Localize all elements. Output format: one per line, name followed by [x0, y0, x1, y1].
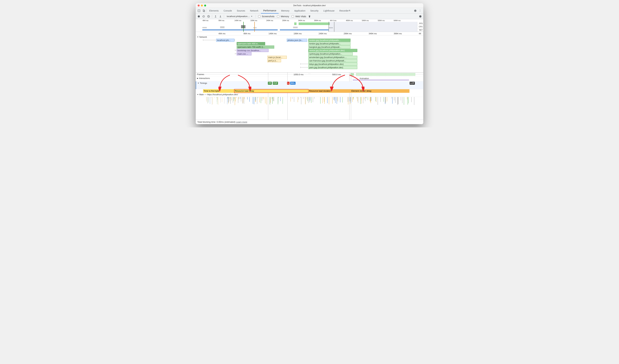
upload-icon[interactable]	[214, 15, 217, 18]
network-request[interactable]: bangkok.jpg (localhost.philipwalt...	[308, 45, 351, 49]
timeline-ruler[interactable]: 494 ms994 ms1494 ms1994 ms2494 ms2994 ms…	[196, 32, 423, 35]
interactions-row: ▶Interactions Animation	[196, 77, 423, 81]
tab-security[interactable]: Security	[308, 8, 321, 14]
network-request[interactable]: main.css ...	[237, 52, 252, 56]
network-request[interactable]: san-francisco.jpg (localhost.philipwalt.…	[308, 59, 357, 62]
network-request[interactable]: photos.json (lo...	[287, 39, 307, 42]
screenshots-checkbox[interactable]: Screenshots	[257, 15, 275, 18]
reload-icon[interactable]	[202, 15, 205, 18]
svg-rect-6	[220, 17, 221, 17]
network-request[interactable]: opensans-latin-700.woff2 (l...	[237, 45, 274, 49]
record-icon[interactable]	[197, 15, 200, 18]
tab-console[interactable]: Console	[221, 8, 234, 14]
tab-memory[interactable]: Memory	[279, 8, 292, 14]
tab-elements[interactable]: Elements	[207, 8, 221, 14]
gear-icon[interactable]	[413, 8, 417, 13]
kebab-icon[interactable]: ⋮	[418, 8, 422, 13]
tab-application[interactable]: Application	[292, 8, 308, 14]
network-request[interactable]: london.jpg (localhost.philipwalto...	[308, 39, 351, 42]
window-title: DevTools - localhost.philipwalton.dev/	[196, 4, 423, 7]
main-thread-tasks[interactable]	[196, 97, 423, 113]
network-request[interactable]: amsterdam.jpg (localhost.philipwalton...…	[308, 56, 357, 59]
tab-sources[interactable]: Sources	[235, 8, 247, 14]
tab-performance[interactable]: Performance	[261, 8, 279, 14]
tab-recorder[interactable]: Recorder ⚗	[337, 8, 353, 14]
overview-strip[interactable]: 494 ms994 ms1494 ms1994 ms2494 ms2994 ms…	[196, 19, 423, 32]
network-request[interactable]: main.js (local...	[267, 56, 287, 59]
inspect-icon[interactable]	[197, 8, 201, 13]
lcp-segment[interactable]: Resource load duration	[308, 89, 351, 93]
panel-tabs: Elements Console Sources Network Perform…	[196, 8, 423, 14]
network-request[interactable]: london.jpg (localhost.philipwalto...	[308, 42, 351, 45]
clear-icon[interactable]	[207, 15, 210, 18]
webvitals-checkbox[interactable]: Web Vitals	[291, 15, 306, 18]
network-request[interactable]: sydney.jpg (localhost.philipwalton...	[308, 52, 353, 56]
device-icon[interactable]	[202, 8, 206, 13]
network-request[interactable]: venice.jpg (localhost.philipwalton.dev)	[308, 49, 357, 52]
settings-icon[interactable]	[419, 15, 422, 18]
memory-checkbox[interactable]: Memory	[276, 15, 289, 18]
network-request[interactable]: paris.jpg (localhost.philipwalton.dev)	[308, 66, 357, 69]
learn-more-link[interactable]: Learn more	[236, 121, 247, 123]
network-request[interactable]: opensans-latin-400.w...	[237, 42, 265, 45]
timing-marker-fp[interactable]: FP	[268, 82, 272, 85]
lcp-segment[interactable]: Element render delay	[351, 89, 409, 93]
lcp-segment[interactable]: Time to first byte	[203, 89, 234, 93]
main-row[interactable]: ▼Main — https://localhost.philipwalton.d…	[196, 93, 423, 97]
lcp-breakdown-row: Time to first byteResource load delayRes…	[196, 89, 423, 93]
net-label: NET	[417, 28, 423, 32]
network-request[interactable]: bootstrap.css (localhos...	[237, 49, 268, 52]
network-request[interactable]: tokyo.jpg (localhost.philipwalton.dev)	[308, 63, 357, 66]
cpu-label: CPU	[417, 25, 423, 28]
perf-toolbar: localhost.philipwalton....▼ Screenshots …	[196, 14, 423, 19]
timing-marker-l[interactable]: L	[287, 82, 290, 85]
trash-icon[interactable]	[308, 15, 311, 18]
svg-point-3	[198, 15, 200, 17]
download-icon[interactable]	[219, 15, 222, 18]
timings-row: ▼Timings FPFCPLDCLLCP	[196, 81, 423, 89]
flame-chart[interactable]: Frames 1050.0 ms 500.0 ms ▶Interactions …	[196, 73, 423, 120]
devtools-window: DevTools - localhost.philipwalton.dev/ E…	[196, 3, 423, 124]
timing-marker-fcp[interactable]: FCP	[273, 82, 278, 85]
profile-select[interactable]: localhost.philipwalton....▼	[226, 15, 253, 18]
timing-marker-lcp[interactable]: LCP	[410, 82, 415, 85]
lcp-segment[interactable]: Resource load delay	[234, 89, 308, 93]
network-request[interactable]: localhost.phi...	[216, 39, 234, 42]
network-request[interactable]: perf.js (l...	[267, 59, 281, 62]
frames-row: Frames 1050.0 ms 500.0 ms	[196, 73, 423, 77]
network-header[interactable]: ▼Network	[196, 35, 423, 39]
network-waterfall[interactable]: localhost.phi...opensans-latin-400.w...o…	[196, 39, 423, 73]
blocking-time: Total blocking time: 0.00ms (estimated)	[197, 121, 235, 123]
tab-lighthouse[interactable]: Lighthouse	[321, 8, 337, 14]
tab-network[interactable]: Network	[248, 8, 261, 14]
svg-rect-5	[215, 17, 216, 17]
timing-marker-dcl[interactable]: DCL	[290, 82, 295, 85]
fps-label: FPS	[417, 22, 423, 25]
footer: Total blocking time: 0.00ms (estimated) …	[196, 120, 423, 124]
flask-icon: ⚗	[349, 10, 351, 12]
titlebar: DevTools - localhost.philipwalton.dev/	[196, 3, 423, 8]
